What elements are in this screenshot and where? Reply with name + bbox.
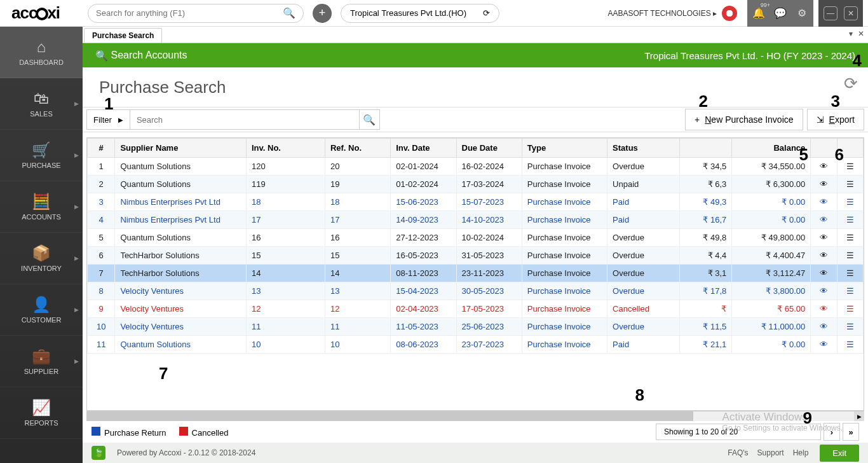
sidebar-item-supplier[interactable]: 💼SUPPLIER▶ <box>0 336 83 387</box>
sidebar-item-reports[interactable]: 📈REPORTS <box>0 387 83 439</box>
more-icon[interactable]: ☰ <box>837 229 863 247</box>
next-page-button[interactable]: › <box>824 423 840 441</box>
column-header[interactable]: Supplier Name <box>115 139 247 158</box>
column-header[interactable] <box>837 139 863 158</box>
org-link[interactable]: AABASOFT TECHNOLOGIES ▸ <box>607 9 717 18</box>
accounts-icon: 🧮 <box>32 193 51 211</box>
search-input[interactable] <box>130 110 359 129</box>
more-icon[interactable]: ☰ <box>837 211 863 229</box>
more-icon[interactable]: ☰ <box>837 282 863 300</box>
sidebar-item-accounts[interactable]: 🧮ACCOUNTS▶ <box>0 181 83 233</box>
customer-icon: 👤 <box>32 296 51 314</box>
top-bar: accxi 🔍 + Tropical Treasures Pvt Ltd.(HO… <box>0 0 868 27</box>
global-search-input[interactable] <box>96 8 283 18</box>
column-header[interactable]: Inv. Date <box>391 139 456 158</box>
view-icon[interactable]: 👁 <box>811 158 837 176</box>
sidebar-item-inventory[interactable]: 📦INVENTORY▶ <box>0 233 83 284</box>
view-icon[interactable]: 👁 <box>811 176 837 193</box>
table-row[interactable]: 3Nimbus Enterprises Pvt Ltd181815-06-202… <box>88 193 864 211</box>
view-icon[interactable]: 👁 <box>811 211 837 229</box>
more-icon[interactable]: ☰ <box>837 193 863 211</box>
last-page-button[interactable]: » <box>843 423 859 441</box>
horizontal-scrollbar[interactable]: ◀ ▶ <box>86 411 864 421</box>
table-row[interactable]: 11Quantum Solutions101008-06-202323-07-2… <box>88 336 864 354</box>
view-icon[interactable]: 👁 <box>811 265 837 282</box>
supplier-icon: 💼 <box>32 347 51 365</box>
search-icon[interactable]: 🔍 <box>283 7 295 19</box>
search-button[interactable]: 🔍 <box>359 110 379 129</box>
column-header[interactable]: Type <box>522 139 607 158</box>
table-row[interactable]: 5Quantum Solutions161627-12-202310-02-20… <box>88 229 864 247</box>
column-header[interactable]: Due Date <box>456 139 522 158</box>
sidebar-item-dashboard[interactable]: ⌂DASHBOARD <box>0 27 83 78</box>
company-name: Tropical Treasures Pvt Ltd.(HO) <box>350 8 466 18</box>
gear-icon[interactable]: ⚙ <box>796 7 808 20</box>
bell-icon[interactable]: 🔔99+ <box>752 7 765 20</box>
table-row[interactable]: 1Quantum Solutions1202002-01-202416-02-2… <box>88 158 864 176</box>
new-purchase-invoice-button[interactable]: + New Purchase Invoice <box>685 109 803 130</box>
close-button[interactable]: ✕ <box>844 6 858 20</box>
export-label: Export <box>829 114 855 125</box>
refresh-icon[interactable]: ⟳ <box>844 74 858 93</box>
view-icon[interactable]: 👁 <box>811 336 837 354</box>
company-selector[interactable]: Tropical Treasures Pvt Ltd.(HO) ⟳ <box>341 4 499 23</box>
column-header[interactable] <box>679 139 732 158</box>
column-header[interactable]: # <box>88 139 115 158</box>
chevron-right-icon: ▶ <box>74 307 79 313</box>
tab-purchase-search[interactable]: Purchase Search <box>84 28 162 43</box>
chat-icon[interactable]: 💬 <box>774 7 787 20</box>
column-header[interactable]: Balance <box>732 139 811 158</box>
column-header[interactable] <box>811 139 837 158</box>
view-icon[interactable]: 👁 <box>811 300 837 318</box>
play-icon: ▶ <box>118 116 123 123</box>
plus-icon: + <box>695 114 700 125</box>
view-icon[interactable]: 👁 <box>811 229 837 247</box>
column-header[interactable]: Status <box>607 139 680 158</box>
table-row[interactable]: 2Quantum Solutions1191901-02-202417-03-2… <box>88 176 864 193</box>
tab-close-icon[interactable]: ✕ <box>858 29 864 38</box>
footer-link[interactable]: Support <box>757 448 784 457</box>
sidebar-item-label: DASHBOARD <box>19 59 64 66</box>
toolbar: Filter ▶ 🔍 + New Purchase Invoice ⇲ Expo… <box>83 107 868 132</box>
tab-minimize-icon[interactable]: ▾ <box>849 29 853 38</box>
view-icon[interactable]: 👁 <box>811 318 837 336</box>
export-button[interactable]: ⇲ Export <box>807 109 864 130</box>
swirl-icon[interactable] <box>722 6 737 21</box>
footer-link[interactable]: Help <box>793 448 809 457</box>
view-icon[interactable]: 👁 <box>811 282 837 300</box>
more-icon[interactable]: ☰ <box>837 158 863 176</box>
sidebar-item-purchase[interactable]: 🛒PURCHASE▶ <box>0 130 83 181</box>
sidebar-item-customer[interactable]: 👤CUSTOMER▶ <box>0 284 83 336</box>
view-icon[interactable]: 👁 <box>811 247 837 265</box>
chevron-right-icon: ▶ <box>74 152 79 158</box>
context-bar: 🔍 Search Accounts Tropical Treasures Pvt… <box>83 43 868 67</box>
minimize-button[interactable]: — <box>824 6 837 20</box>
table-row[interactable]: 4Nimbus Enterprises Pvt Ltd171714-09-202… <box>88 211 864 229</box>
chevron-right-icon: ▶ <box>74 255 79 261</box>
view-icon[interactable]: 👁 <box>811 193 837 211</box>
more-icon[interactable]: ☰ <box>837 265 863 282</box>
more-icon[interactable]: ☰ <box>837 300 863 318</box>
table-row[interactable]: 10Velocity Ventures111111-05-202325-06-2… <box>88 318 864 336</box>
more-icon[interactable]: ☰ <box>837 318 863 336</box>
table-row[interactable]: 7TechHarbor Solutions141408-11-202323-11… <box>88 265 864 282</box>
table-row[interactable]: 9Velocity Ventures121202-04-202317-05-20… <box>88 300 864 318</box>
refresh-icon[interactable]: ⟳ <box>483 8 490 18</box>
column-header[interactable]: Ref. No. <box>325 139 390 158</box>
scroll-thumb[interactable] <box>86 411 693 421</box>
export-icon: ⇲ <box>817 114 824 125</box>
more-icon[interactable]: ☰ <box>837 247 863 265</box>
add-button[interactable]: + <box>313 4 332 23</box>
column-header[interactable]: Inv. No. <box>246 139 325 158</box>
table-row[interactable]: 6TechHarbor Solutions151516-05-202331-05… <box>88 247 864 265</box>
filter-button[interactable]: Filter ▶ <box>87 110 130 129</box>
exit-button[interactable]: Exit <box>820 445 859 462</box>
sidebar-item-sales[interactable]: 🛍SALES▶ <box>0 78 83 130</box>
more-icon[interactable]: ☰ <box>837 336 863 354</box>
footer-link[interactable]: FAQ's <box>728 448 748 457</box>
table-row[interactable]: 8Velocity Ventures131315-04-202330-05-20… <box>88 282 864 300</box>
more-icon[interactable]: ☰ <box>837 176 863 193</box>
global-search[interactable]: 🔍 <box>88 4 304 23</box>
scroll-right-icon[interactable]: ▶ <box>854 411 864 421</box>
sidebar-item-label: REPORTS <box>25 419 58 427</box>
